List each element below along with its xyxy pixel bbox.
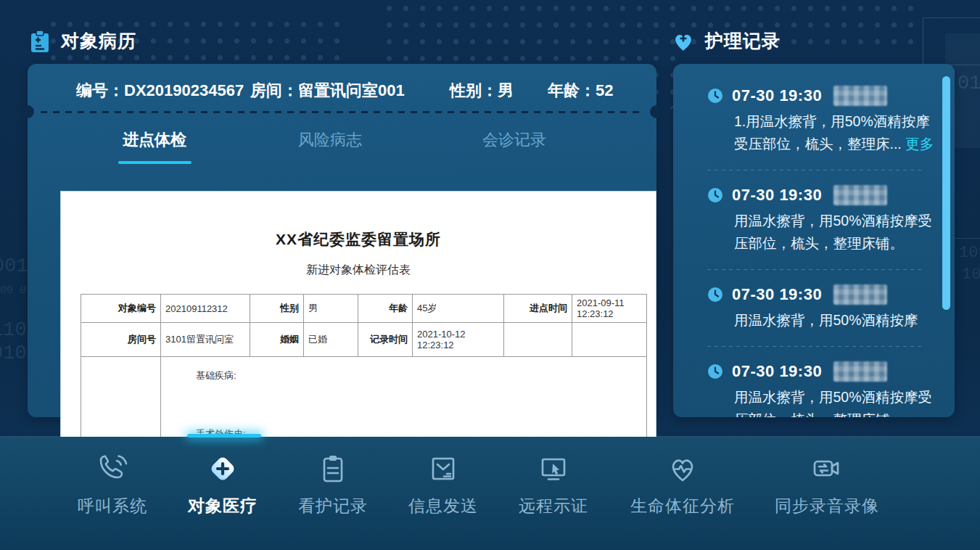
document-viewer[interactable]: XX省纪委监委留置场所 新进对象体检评估表 对象编号 202109112312 …	[60, 191, 656, 474]
cell-marriage-value: 已婚	[304, 323, 358, 357]
heart-pulse-icon	[665, 451, 700, 486]
nav-item-sync-av-recording[interactable]: 同步录音录像	[775, 451, 879, 517]
nav-label: 同步录音录像	[775, 495, 879, 517]
cell-age-value: 45岁	[413, 295, 504, 323]
cell-age-label: 年龄	[358, 295, 413, 323]
entry-timestamp: 07-30 19:30	[732, 86, 822, 105]
binary-decoration: 1010	[959, 244, 980, 262]
patient-id-label: 编号：	[76, 81, 124, 99]
nav-label: 信息发送	[408, 495, 478, 517]
redacted-name	[833, 361, 887, 382]
medical-cross-icon	[205, 451, 240, 486]
cell-subject-id-value: 202109112312	[161, 295, 250, 323]
frame-decoration	[923, 17, 980, 65]
entry-divider	[707, 346, 923, 347]
active-nav-indicator	[187, 434, 261, 438]
ticket-notch	[650, 105, 663, 118]
binary-decoration: 00 0	[0, 284, 26, 297]
entry-timestamp: 07-30 19:30	[732, 285, 822, 304]
nav-item-vital-signs-analysis[interactable]: 生命体征分析	[630, 451, 735, 517]
tab-risk-notes[interactable]: 风险病志	[298, 129, 362, 151]
patient-id-value: DX20190234567	[124, 81, 244, 99]
entry-text: 用温水擦背，用50%酒精按摩受压部位，梳头，整理床铺。	[734, 386, 939, 417]
nursing-entries-list[interactable]: 07-30 19:30 1.用温水擦背，用50%酒精按摩受压部位，梳头，整理床.…	[673, 64, 955, 417]
cell-marriage-label: 婚姻	[250, 323, 304, 357]
entry-header: 07-30 19:30	[707, 185, 923, 205]
ticket-notch	[21, 105, 34, 118]
entry-timestamp: 07-30 19:30	[732, 362, 822, 381]
table-row: 房间号 3101留置讯问室 婚姻 已婚 记录时间 2021-10-12 12:2…	[81, 323, 647, 357]
patient-room-label: 房间：	[250, 81, 298, 99]
app-screen: 0010( 00 0 11010 0101( 010( 1010 101 101…	[0, 0, 980, 550]
nursing-record-panel: 07-30 19:30 1.用温水擦背，用50%酒精按摩受压部位，梳头，整理床.…	[673, 64, 955, 417]
clipboard-plus-icon	[29, 30, 51, 53]
clock-icon	[707, 187, 723, 203]
nav-item-send-message[interactable]: 信息发送	[408, 451, 478, 517]
tab-entry-checkup[interactable]: 进点体检	[123, 129, 186, 151]
binary-decoration: 010(	[958, 73, 980, 94]
cell-gender-value: 男	[304, 295, 358, 323]
nav-label: 生命体征分析	[630, 495, 735, 517]
medical-record-section-header: 对象病历	[29, 29, 136, 53]
bottom-navigation-bar: 呼叫系统 对象医疗 看护记录	[0, 437, 980, 550]
cell-empty	[504, 323, 572, 357]
patient-gender-label: 性别：	[450, 81, 498, 99]
redacted-name	[833, 185, 887, 205]
nursing-entry: 07-30 19:30 1.用温水擦背，用50%酒精按摩受压部位，梳头，整理床.…	[689, 86, 923, 155]
cell-entry-time-value: 2021-09-11 12:23:12	[572, 295, 647, 323]
patient-gender-value: 男	[498, 81, 514, 99]
redacted-name	[833, 284, 887, 305]
nav-item-remote-evidence[interactable]: 远程示证	[519, 451, 588, 517]
nav-item-call-system[interactable]: 呼叫系统	[78, 451, 147, 517]
entry-text: 用温水擦背，用50%酒精按摩受压部位，梳头，整理床铺。	[734, 210, 939, 255]
cell-record-time-label: 记录时间	[358, 323, 413, 357]
page-title: 护理记录	[705, 29, 781, 53]
binary-decoration: 101	[962, 266, 980, 284]
entry-header: 07-30 19:30	[707, 361, 923, 382]
document-subtitle: 新进对象体检评估表	[61, 263, 656, 278]
video-camera-icon	[810, 451, 844, 486]
heart-plus-icon	[672, 30, 695, 52]
patient-age-value: 52	[596, 81, 613, 99]
redacted-name	[833, 86, 887, 106]
nav-label: 远程示证	[519, 495, 588, 517]
nav-label: 对象医疗	[188, 495, 258, 517]
cell-room-value: 3101留置讯问室	[161, 323, 250, 357]
entry-divider	[707, 269, 923, 270]
cell-gender-label: 性别	[250, 295, 304, 323]
patient-room: 房间：留置讯问室001	[250, 80, 405, 102]
nav-item-care-records[interactable]: 看护记录	[298, 451, 368, 517]
entry-divider	[707, 170, 923, 171]
entry-text-content: 1.用温水擦背，用50%酒精按摩受压部位，梳头，整理床...	[734, 113, 930, 152]
entry-header: 07-30 19:30	[707, 284, 923, 305]
nav-label: 看护记录	[298, 495, 368, 517]
clock-icon	[707, 88, 723, 104]
dashed-divider	[41, 111, 643, 113]
nursing-scrollbar[interactable]	[942, 76, 950, 310]
entry-timestamp: 07-30 19:30	[732, 186, 822, 205]
clock-icon	[707, 287, 723, 303]
remote-monitor-icon	[536, 451, 571, 486]
nursing-entry: 07-30 19:30 用温水擦背，用50%酒精按摩	[689, 284, 923, 332]
patient-gender: 性别：男	[450, 80, 514, 102]
tab-consultation-records[interactable]: 会诊记录	[482, 129, 546, 151]
patient-room-value: 留置讯问室001	[298, 81, 405, 99]
message-icon	[426, 451, 461, 486]
cell-entry-time-label: 进点时间	[504, 295, 572, 323]
entry-text: 用温水擦背，用50%酒精按摩	[734, 309, 939, 332]
nav-item-subject-medical[interactable]: 对象医疗	[188, 451, 258, 517]
line-decoration	[955, 238, 980, 239]
table-row: 对象编号 202109112312 性别 男 年龄 45岁 进点时间 2021-…	[81, 295, 647, 323]
cell-record-time-value: 2021-10-12 12:23:12	[413, 323, 504, 357]
clipboard-icon	[316, 451, 350, 486]
clock-icon	[707, 364, 723, 379]
more-link[interactable]: 更多	[905, 136, 934, 152]
medical-record-panel: 编号：DX20190234567 房间：留置讯问室001 性别：男 年龄：52 …	[28, 64, 656, 417]
patient-age-label: 年龄：	[548, 81, 596, 99]
page-title: 对象病历	[61, 29, 136, 53]
base-disease-label: 基础疾病:	[196, 369, 642, 382]
patient-age: 年龄：52	[548, 80, 613, 102]
entry-header: 07-30 19:30	[707, 86, 923, 106]
cell-empty	[572, 323, 647, 357]
entry-text: 1.用温水擦背，用50%酒精按摩受压部位，梳头，整理床... 更多	[734, 110, 939, 155]
